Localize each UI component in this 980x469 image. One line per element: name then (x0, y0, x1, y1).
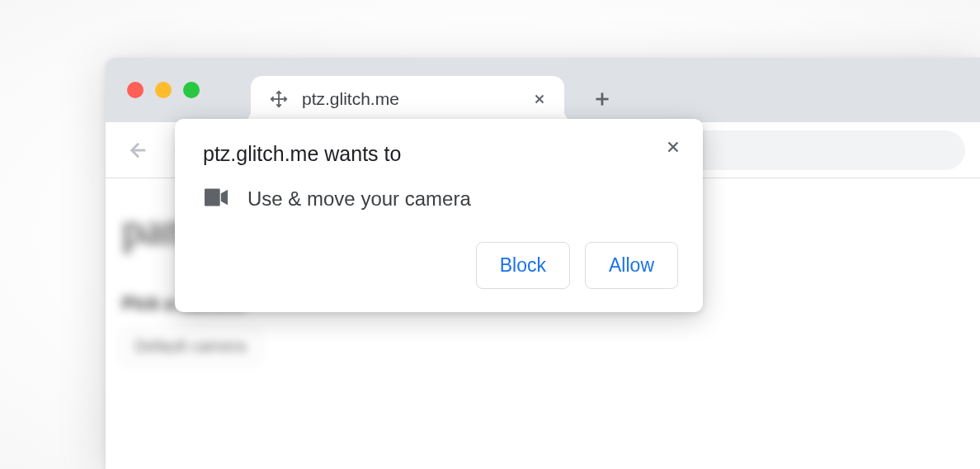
permission-dialog: ptz.glitch.me wants to Use & move your c… (175, 119, 703, 312)
tab-strip: ptz.glitch.me (106, 58, 980, 122)
window-close-button[interactable] (127, 82, 144, 98)
permission-row: Use & move your camera (203, 187, 678, 211)
permission-text: Use & move your camera (247, 187, 471, 211)
camera-icon (205, 188, 228, 210)
new-tab-button[interactable] (582, 79, 622, 119)
dialog-close-button[interactable] (662, 135, 685, 159)
back-button[interactable] (120, 132, 157, 168)
window-controls (106, 58, 218, 122)
camera-select[interactable]: Default camera (122, 329, 259, 363)
window-maximize-button[interactable] (183, 82, 200, 98)
allow-button[interactable]: Allow (585, 242, 678, 289)
tab-title: ptz.glitch.me (302, 89, 523, 109)
tab-close-button[interactable] (530, 89, 549, 109)
svg-rect-10 (205, 189, 220, 206)
dialog-buttons: Block Allow (203, 242, 678, 289)
block-button[interactable]: Block (476, 242, 570, 289)
browser-tab[interactable]: ptz.glitch.me (251, 76, 564, 122)
window-minimize-button[interactable] (155, 82, 172, 98)
dialog-title: ptz.glitch.me wants to (203, 142, 678, 166)
svg-marker-11 (221, 190, 228, 206)
move-icon (269, 89, 289, 109)
